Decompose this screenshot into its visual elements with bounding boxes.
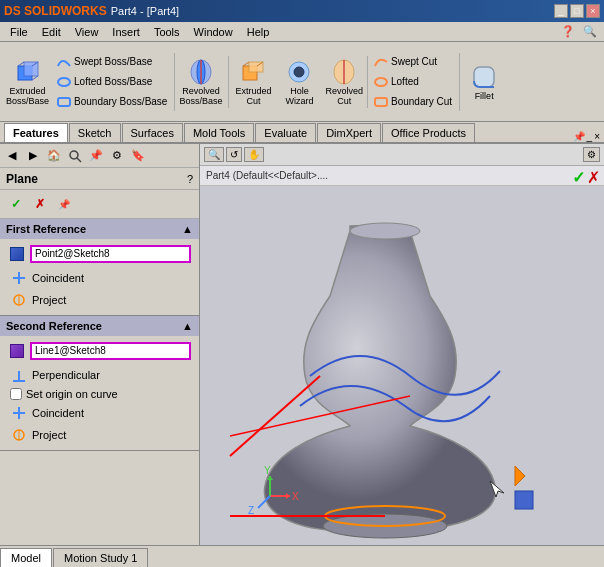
svg-point-5 [58, 78, 70, 86]
revolved-cut-icon [330, 58, 358, 86]
project-label-2: Project [32, 429, 66, 441]
project-option-1[interactable]: Project [4, 289, 195, 311]
tab-office-products[interactable]: Office Products [382, 123, 475, 142]
swept-boss-button[interactable]: Swept Boss/Base [53, 53, 170, 71]
set-origin-option[interactable]: Set origin on curve [4, 386, 195, 402]
viewport-cancel-icon[interactable]: ✗ [587, 168, 600, 187]
close-button[interactable]: × [586, 4, 600, 18]
minimize-button[interactable]: _ [554, 4, 568, 18]
svg-point-18 [375, 78, 387, 86]
title-bar: DS SOLIDWORKS Part4 - [Part4] _ □ × [0, 0, 604, 22]
lofted-cut-label: Lofted [391, 76, 419, 87]
lofted-boss-button[interactable]: Lofted Boss/Base [53, 73, 170, 91]
panel-bookmark-button[interactable]: 🔖 [128, 146, 148, 166]
breadcrumb: Part4 (Default<<Default>.... ✓ ✗ [200, 166, 604, 186]
left-panel: ◀ ▶ 🏠 📌 ⚙ 🔖 Plane ? ✓ ✗ 📌 First Referenc… [0, 144, 200, 545]
window-controls[interactable]: _ □ × [554, 4, 600, 18]
app-logo: DS SOLIDWORKS [4, 4, 107, 18]
second-reference-input[interactable]: Line1@Sketch8 [30, 342, 191, 360]
panel-search-button[interactable] [65, 146, 85, 166]
project-option-2[interactable]: Project [4, 424, 195, 446]
svg-rect-1 [24, 62, 38, 76]
extruded-cut-button[interactable]: ExtrudedCut [231, 56, 275, 108]
lofted-cut-button[interactable]: Lofted [370, 73, 455, 91]
menu-edit[interactable]: Edit [36, 25, 67, 39]
svg-rect-6 [58, 98, 70, 106]
boundary-boss-button[interactable]: Boundary Boss/Base [53, 93, 170, 111]
coincident-option-2[interactable]: Coincident [4, 402, 195, 424]
tab-model[interactable]: Model [0, 548, 52, 567]
second-reference-header[interactable]: Second Reference ▲ [0, 316, 199, 336]
tab-dimxpert[interactable]: DimXpert [317, 123, 381, 142]
second-reference-input-row: Line1@Sketch8 [4, 340, 195, 362]
svg-line-12 [243, 62, 249, 66]
tab-minimize-icon[interactable]: _ [587, 131, 593, 142]
3d-scene: X Y Z [200, 166, 604, 545]
perpendicular-option[interactable]: Perpendicular [4, 364, 195, 386]
maximize-button[interactable]: □ [570, 4, 584, 18]
viewport-zoom-btn[interactable]: 🔍 [204, 147, 224, 162]
hole-wizard-button[interactable]: HoleWizard [277, 56, 321, 108]
extruded-cut-label: ExtrudedCut [235, 86, 271, 106]
hole-icon [285, 58, 313, 86]
svg-point-29 [350, 223, 420, 239]
menu-bar: File Edit View Insert Tools Window Help … [0, 22, 604, 42]
menu-file[interactable]: File [4, 25, 34, 39]
svg-rect-20 [474, 67, 494, 87]
blue-cube [10, 247, 24, 261]
menu-view[interactable]: View [69, 25, 105, 39]
help-icon[interactable]: ❓ [558, 22, 578, 42]
tab-pin-icon[interactable]: 📌 [573, 131, 585, 142]
first-reference-header[interactable]: First Reference ▲ [0, 219, 199, 239]
menu-insert[interactable]: Insert [106, 25, 146, 39]
boundary-cut-button[interactable]: Boundary Cut [370, 93, 455, 111]
tab-sketch[interactable]: Sketch [69, 123, 121, 142]
panel-toolbar: ◀ ▶ 🏠 📌 ⚙ 🔖 [0, 144, 199, 168]
viewport-config-btn[interactable]: ⚙ [583, 147, 600, 162]
panel-forward-button[interactable]: ▶ [23, 146, 43, 166]
feature-tab-bar: Features Sketch Surfaces Mold Tools Eval… [0, 122, 604, 144]
plane-help-button[interactable]: ? [187, 173, 193, 185]
panel-gear-icon[interactable]: ⚙ [107, 146, 127, 166]
first-ref-cube-icon [8, 245, 26, 263]
lofted-cut-icon [373, 74, 389, 90]
purple-cube [10, 344, 24, 358]
extruded-boss-label: ExtrudedBoss/Base [6, 86, 49, 106]
revolved-boss-label: RevolvedBoss/Base [179, 86, 222, 106]
tab-features[interactable]: Features [4, 123, 68, 142]
revolved-boss-button[interactable]: RevolvedBoss/Base [177, 56, 229, 108]
menu-window[interactable]: Window [188, 25, 239, 39]
svg-line-2 [18, 62, 24, 66]
tab-close-icon[interactable]: × [594, 131, 600, 142]
viewport-confirm-icon[interactable]: ✓ [572, 168, 585, 187]
viewport[interactable]: 🔍 ↺ ✋ ⚙ Part4 (Default<<Default>.... ✓ ✗ [200, 144, 604, 545]
coincident-label-1: Coincident [32, 272, 84, 284]
extruded-boss-base-button[interactable]: ExtrudedBoss/Base [4, 56, 51, 108]
panel-pin-button[interactable]: 📌 [86, 146, 106, 166]
panel-home-button[interactable]: 🏠 [44, 146, 64, 166]
tab-surfaces[interactable]: Surfaces [122, 123, 183, 142]
coincident-option-1[interactable]: Coincident [4, 267, 195, 289]
plane-actions: ✓ ✗ 📌 [0, 190, 199, 219]
search-icon[interactable]: 🔍 [580, 22, 600, 42]
viewport-rotate-btn[interactable]: ↺ [226, 147, 242, 162]
revolved-cut-button[interactable]: RevolvedCut [323, 56, 368, 108]
viewport-pan-btn[interactable]: ✋ [244, 147, 264, 162]
panel-back-button[interactable]: ◀ [2, 146, 22, 166]
menu-tools[interactable]: Tools [148, 25, 186, 39]
menu-help[interactable]: Help [241, 25, 276, 39]
svg-point-15 [294, 67, 304, 77]
tab-evaluate[interactable]: Evaluate [255, 123, 316, 142]
pin-button[interactable]: 📌 [54, 194, 74, 214]
fillet-button[interactable]: Fillet [462, 61, 506, 103]
set-origin-checkbox[interactable] [10, 388, 22, 400]
tab-motion-study[interactable]: Motion Study 1 [53, 548, 148, 567]
confirm-button[interactable]: ✓ [6, 194, 26, 214]
cancel-button[interactable]: ✗ [30, 194, 50, 214]
swept-cut-label: Swept Cut [391, 56, 437, 67]
swept-cut-button[interactable]: Swept Cut [370, 53, 455, 71]
tab-mold-tools[interactable]: Mold Tools [184, 123, 254, 142]
svg-line-22 [77, 158, 81, 162]
first-reference-input[interactable]: Point2@Sketch8 [30, 245, 191, 263]
first-reference-input-row: Point2@Sketch8 [4, 243, 195, 265]
